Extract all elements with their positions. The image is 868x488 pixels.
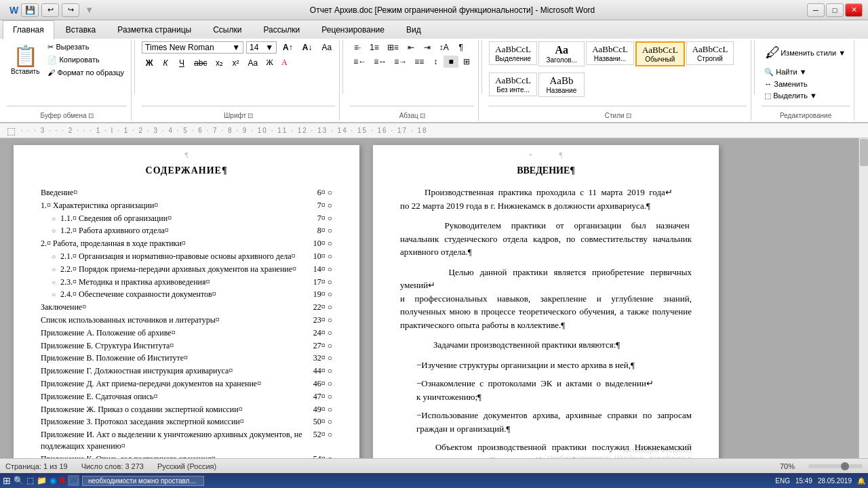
zoom-thumb[interactable] (841, 462, 849, 470)
clear-format-button[interactable]: Aa (318, 41, 335, 54)
superscript-button[interactable]: x² (228, 57, 243, 69)
show-marks-button[interactable]: ¶ (454, 41, 469, 54)
toc-text: 2.¤ Работа, проделанная в ходе практики¤ (41, 238, 313, 249)
start-button[interactable]: ⊞ (3, 475, 11, 487)
bold-button[interactable]: Ж (142, 57, 157, 69)
toc-page: 8¤ ○ (317, 225, 332, 237)
paste-label: Вставить (11, 68, 39, 75)
toc-entry-1: 1.¤ Характеристика организации¤ 7¤ ○ (41, 200, 332, 211)
font-size-value: 14 (250, 43, 258, 52)
style-heading[interactable]: Aa Заголов... (538, 41, 585, 66)
browser-icon[interactable]: ◉ (50, 476, 56, 486)
numbering-button[interactable]: 1≡ (366, 41, 382, 54)
taskbar-right: ENG 15:49 28.05.2019 🔔 (775, 477, 865, 485)
multilevel-list-button[interactable]: ⊞≡ (384, 41, 402, 54)
line-spacing-button[interactable]: ↕ (428, 56, 443, 68)
list-buttons-row: ≡· 1≡ ⊞≡ ⇤ ⇥ ↕A ¶ (350, 41, 469, 54)
highlight-color-button[interactable]: Ж (262, 56, 277, 70)
align-right-button[interactable]: ≡→ (391, 56, 410, 68)
strikethrough-button[interactable]: abc (191, 57, 210, 69)
ruler-left-icon[interactable]: ⬚ (7, 125, 16, 136)
expand-icon[interactable]: ⊡ (88, 112, 94, 119)
style-name: Строгий (692, 55, 728, 62)
justify-button[interactable]: ≡≡ (411, 56, 427, 68)
taskview-button[interactable]: ⬚ (26, 476, 34, 486)
vertical-scrollbar[interactable] (859, 138, 868, 464)
search-button[interactable]: 🔍 (14, 476, 24, 486)
underline-button[interactable]: Ч (174, 57, 189, 69)
style-title[interactable]: AaBbCcL Названи... (586, 41, 634, 65)
copy-button[interactable]: 📄 Копировать (45, 54, 127, 66)
tab-mailings[interactable]: Рассылки (253, 20, 310, 39)
notifications-icon[interactable]: 🔔 (857, 477, 865, 485)
yandex-icon[interactable]: Я (59, 476, 65, 485)
select-button[interactable]: ⬚ Выделить ▼ (762, 90, 820, 102)
zoom-slider[interactable] (808, 464, 863, 468)
style-highlight[interactable]: AaBbCcL Выделение (489, 41, 537, 65)
window-controls: ─ □ ✕ (807, 3, 863, 17)
change-styles-button[interactable]: 🖊 Изменить стили ▼ (762, 41, 850, 64)
decrease-indent-button[interactable]: ⇤ (403, 41, 418, 54)
save-button[interactable]: 💾 (21, 3, 39, 17)
align-left-button[interactable]: ≡← (350, 56, 370, 68)
close-button[interactable]: ✕ (845, 3, 863, 17)
scrollbar-thumb[interactable] (860, 139, 868, 166)
tab-review[interactable]: Рецензирование (311, 20, 395, 39)
find-replace-btns: 🔍 Найти ▼ ↔ Заменить ⬚ Выделить ▼ (762, 66, 820, 102)
increase-indent-button[interactable]: ⇥ (420, 41, 435, 54)
undo-button[interactable]: ↩ (41, 3, 59, 17)
style-strict[interactable]: AaBbCcL Строгий (686, 41, 734, 65)
toc-entry-app-e: Приложение Е. Сдаточная опись¤ 47¤ ○ (41, 391, 332, 403)
replace-button[interactable]: ↔ Заменить (762, 79, 820, 89)
font-name-row: Times New Roman ▼ 14 ▼ A↑ A↓ Aa (142, 41, 335, 54)
toc-page: 17¤ ○ (313, 277, 332, 288)
change-styles-icon: 🖊 (766, 44, 781, 62)
font-name-selector[interactable]: Times New Roman ▼ (142, 41, 243, 54)
italic-button[interactable]: К (158, 57, 173, 69)
style-no-spacing[interactable]: AaBbCcL Без инте... (489, 73, 537, 96)
borders-button[interactable]: ⊞ (459, 56, 474, 68)
toc-page: 10¤ ○ (313, 238, 332, 249)
tab-page-layout[interactable]: Разметка страницы (107, 20, 201, 39)
tab-view[interactable]: Вид (396, 20, 431, 39)
minimize-button[interactable]: ─ (807, 3, 825, 17)
language-indicator: Русский (Россия) (157, 462, 216, 470)
editing-label: Редактирование (780, 110, 831, 119)
toc-page: 50¤ ○ (313, 416, 332, 428)
font-size-selector[interactable]: 14 ▼ (246, 41, 277, 54)
find-button[interactable]: 🔍 Найти ▼ (762, 66, 820, 78)
toc-entry-1-1: ○ 1.1.¤ Сведения об организации¤ 7¤ ○ (41, 213, 332, 224)
style-name: Заголов... (545, 56, 578, 64)
dropdown-icon: ▼ (232, 43, 240, 52)
style-name-card[interactable]: AaBb Название (538, 73, 585, 97)
expand-icon[interactable]: ⊡ (248, 112, 253, 119)
tab-references[interactable]: Ссылки (203, 20, 252, 39)
align-center-button[interactable]: ≡↔ (370, 56, 390, 68)
redo-button[interactable]: ↪ (62, 3, 79, 17)
group-divider (142, 106, 335, 106)
cut-button[interactable]: ✂ Вырезать (45, 41, 127, 53)
case-button[interactable]: Aa (244, 57, 261, 69)
grow-font-button[interactable]: A↑ (279, 41, 296, 54)
subscript-button[interactable]: x₂ (212, 57, 226, 69)
tab-home[interactable]: Главная (3, 20, 54, 39)
maximize-button[interactable]: □ (826, 3, 844, 17)
shading-button[interactable]: ■ (443, 56, 458, 68)
file-explorer-icon[interactable]: 📁 (37, 476, 47, 486)
expand-icon[interactable]: ⊡ (626, 112, 631, 119)
tab-insert[interactable]: Вставка (56, 20, 106, 39)
ribbon-tabs: Главная Вставка Разметка страницы Ссылки… (0, 20, 868, 39)
bullets-button[interactable]: ≡· (350, 41, 365, 54)
paste-button[interactable]: 📋 Вставить (7, 41, 43, 78)
font-color-button[interactable]: А (278, 56, 291, 70)
word-logo-icon: W (9, 5, 18, 16)
toc-text: 1.¤ Характеристика организации¤ (41, 200, 317, 211)
sort-button[interactable]: ↕A (436, 41, 452, 54)
expand-icon[interactable]: ⊡ (420, 112, 425, 119)
style-name: Названи... (592, 55, 628, 62)
word-taskbar-icon[interactable]: W (68, 475, 79, 486)
style-normal[interactable]: AaBbCcL Обычный (635, 41, 685, 66)
paragraph-controls: ≡· 1≡ ⊞≡ ⇤ ⇥ ↕A ¶ ≡← ≡↔ ≡→ ≡≡ ↕ ■ ⊞ (350, 41, 474, 102)
shrink-font-button[interactable]: A↓ (299, 41, 316, 54)
format-painter-button[interactable]: 🖌 Формат по образцу (45, 67, 127, 78)
